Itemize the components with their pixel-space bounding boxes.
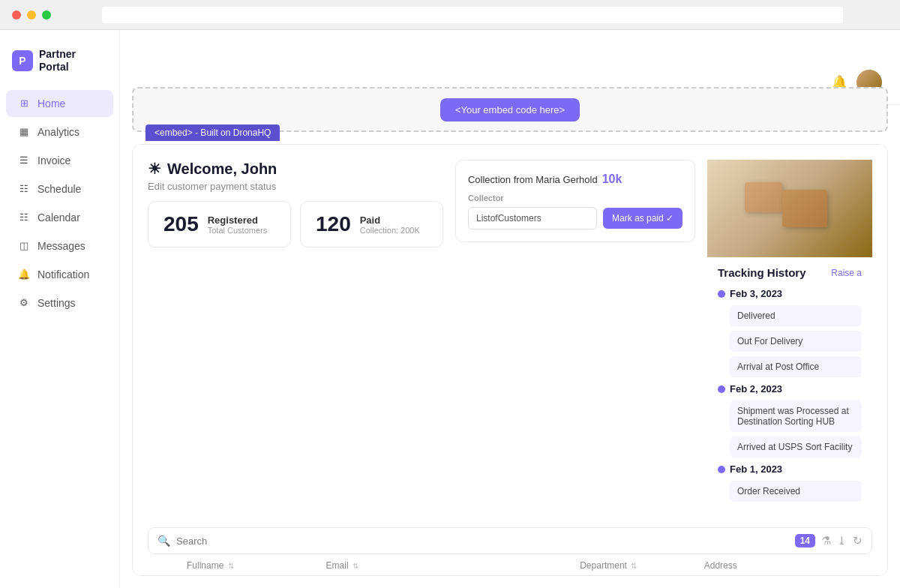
package-box-1 [745, 182, 782, 212]
search-input[interactable] [176, 536, 789, 547]
messages-icon: ◫ [18, 240, 30, 252]
embed-tag: <embed> - Built on DronaHQ [146, 124, 280, 141]
sidebar-item-home[interactable]: ⊞ Home [6, 90, 113, 117]
timeline-events-feb1: Order Received [730, 481, 862, 502]
timeline-dot-2 [718, 386, 725, 393]
invoice-icon: ☰ [18, 154, 30, 166]
welcome-section: ☀ Welcome, John Edit customer payment st… [148, 160, 443, 248]
welcome-subtitle: Edit customer payment status [148, 181, 443, 192]
tracking-panel: Tracking History Raise a Feb 3, 2023 [707, 160, 872, 515]
sidebar-item-notification[interactable]: 🔔 Notification [6, 261, 113, 288]
collector-row: Mark as paid ✓ [468, 207, 682, 230]
logo-text: PartnerPortal [39, 48, 76, 74]
embed-zone: <Your embed code here> <embed> - Built o… [132, 87, 888, 132]
event-processed: Shipment was Processed at Destination So… [730, 400, 862, 432]
timeline-date-feb3: Feb 3, 2023 [718, 288, 862, 299]
stat-sublabel-paid: Collection: 200K [360, 226, 420, 235]
timeline-dot-1 [718, 290, 725, 298]
stat-label-paid: Paid [360, 214, 420, 226]
event-usps: Arrived at USPS Sort Facility [730, 436, 862, 458]
calendar-icon: ☷ [18, 212, 30, 224]
event-delivered: Delivered [730, 305, 862, 326]
welcome-title: ☀ Welcome, John [148, 160, 443, 178]
sort-fullname-icon[interactable]: ⇅ [228, 562, 234, 570]
table-section: 🔍 14 ⚗ ⤓ ↻ Fullname [148, 527, 872, 576]
sidebar-item-analytics[interactable]: ▦ Analytics [6, 118, 113, 146]
maximize-button[interactable] [42, 10, 51, 20]
sidebar-item-messages[interactable]: ◫ Messages [6, 232, 113, 260]
sidebar-label-invoice: Invoice [38, 154, 70, 166]
stat-card-registered: 205 Registered Total Customers [148, 201, 291, 248]
sidebar-item-calendar[interactable]: ☷ Calendar [6, 204, 113, 231]
collection-title: Collection from Maria Gerhold 10k [468, 172, 682, 186]
collector-input[interactable] [468, 207, 597, 230]
search-icon: 🔍 [158, 535, 170, 547]
stat-label-registered: Registered [208, 214, 267, 226]
sidebar-label-home: Home [38, 98, 65, 110]
package-box-2 [782, 190, 827, 227]
customers-table: Fullname ⇅ Email ⇅ Department ⇅ [148, 554, 872, 576]
collection-label: Collection from Maria Gerhold [468, 174, 598, 185]
sidebar-label-messages: Messages [38, 240, 86, 252]
minimize-button[interactable] [27, 10, 36, 20]
tracking-header: Tracking History Raise a [718, 266, 862, 279]
collector-label: Collector [468, 194, 682, 202]
raise-link[interactable]: Raise a [831, 268, 862, 278]
col-email: Email ⇅ [317, 554, 572, 576]
sidebar-label-settings: Settings [38, 297, 76, 309]
sidebar-label-schedule: Schedule [38, 183, 81, 195]
sidebar: P PartnerPortal ⊞ Home ▦ Analytics ☰ Inv… [0, 30, 120, 588]
schedule-icon: ☷ [18, 183, 30, 195]
tracking-section: Tracking History Raise a Feb 3, 2023 [707, 257, 872, 515]
sort-email-icon[interactable]: ⇅ [352, 562, 358, 570]
timeline-date-feb2: Feb 2, 2023 [718, 383, 862, 394]
logo-icon: P [12, 50, 33, 71]
tracking-title: Tracking History [718, 266, 806, 279]
content-area: <Your embed code here> <embed> - Built o… [120, 30, 900, 588]
main-area: 🔔 <Your embed code here> <embed> - Built… [120, 30, 900, 588]
sidebar-label-analytics: Analytics [38, 126, 80, 138]
stats-row: 205 Registered Total Customers 120 Paid [148, 201, 443, 248]
sidebar-item-settings[interactable]: ⚙ Settings [6, 290, 113, 316]
collection-card: Collection from Maria Gerhold 10k Collec… [455, 160, 695, 242]
sidebar-nav: ⊞ Home ▦ Analytics ☰ Invoice ☷ Schedule … [0, 88, 119, 318]
stat-card-paid: 120 Paid Collection: 200K [300, 201, 443, 248]
stat-sublabel-registered: Total Customers [208, 226, 267, 235]
refresh-icon[interactable]: ↻ [853, 534, 862, 548]
dashboard-panel: ☀ Welcome, John Edit customer payment st… [132, 144, 888, 576]
timeline: Feb 3, 2023 Delivered Out For Delivery A… [718, 288, 862, 502]
timeline-events-feb2: Shipment was Processed at Destination So… [730, 400, 862, 458]
col-checkbox [148, 554, 178, 576]
date-label-feb2: Feb 2, 2023 [730, 383, 782, 394]
analytics-icon: ▦ [18, 126, 30, 138]
event-out-for-delivery: Out For Delivery [730, 331, 862, 352]
embed-placeholder: <Your embed code here> [440, 98, 580, 122]
col-address: Address [695, 554, 872, 576]
welcome-row: ☀ Welcome, John Edit customer payment st… [148, 160, 872, 515]
count-badge: 14 [795, 534, 815, 548]
download-icon[interactable]: ⤓ [837, 534, 847, 548]
sort-dept-icon[interactable]: ⇅ [631, 562, 637, 570]
timeline-dot-3 [718, 466, 725, 473]
col-fullname: Fullname ⇅ [178, 554, 317, 576]
timeline-events-feb3: Delivered Out For Delivery Arrival at Po… [730, 305, 862, 377]
sidebar-item-invoice[interactable]: ☰ Invoice [6, 147, 113, 174]
timeline-date-feb1: Feb 1, 2023 [718, 464, 862, 475]
mark-paid-button[interactable]: Mark as paid ✓ [603, 208, 682, 229]
notification-icon: 🔔 [18, 268, 30, 280]
close-button[interactable] [12, 10, 21, 20]
url-bar[interactable] [102, 7, 843, 23]
event-order-received: Order Received [730, 481, 862, 502]
settings-icon: ⚙ [18, 297, 30, 309]
home-icon: ⊞ [18, 98, 30, 110]
package-image [707, 160, 872, 257]
stat-number-paid: 120 [316, 212, 351, 236]
filter-icon[interactable]: ⚗ [821, 534, 831, 548]
table-toolbar: 🔍 14 ⚗ ⤓ ↻ [148, 527, 872, 554]
logo-area: P PartnerPortal [0, 42, 119, 88]
col-department: Department ⇅ [571, 554, 695, 576]
sidebar-item-schedule[interactable]: ☷ Schedule [6, 176, 113, 202]
welcome-name: Welcome, John [167, 160, 277, 178]
sidebar-label-calendar: Calendar [38, 212, 80, 224]
date-label-feb1: Feb 1, 2023 [730, 464, 782, 475]
